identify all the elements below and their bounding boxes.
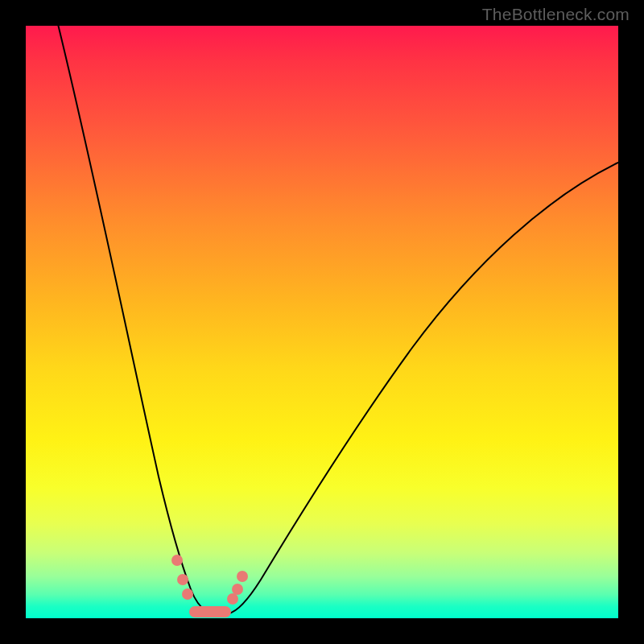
marker-dot [232,584,243,595]
marker-dot [182,588,193,600]
marker-dot [237,571,248,582]
curve-right [229,163,618,613]
marker-dot [177,574,188,585]
outer-frame: TheBottleneck.com [0,0,644,644]
marker-group [171,555,248,605]
marker-dot [171,555,183,566]
plot-area [26,26,618,618]
marker-dot [227,593,238,605]
curve-left [56,26,213,613]
watermark-text: TheBottleneck.com [482,5,630,24]
curve-layer [26,26,618,618]
